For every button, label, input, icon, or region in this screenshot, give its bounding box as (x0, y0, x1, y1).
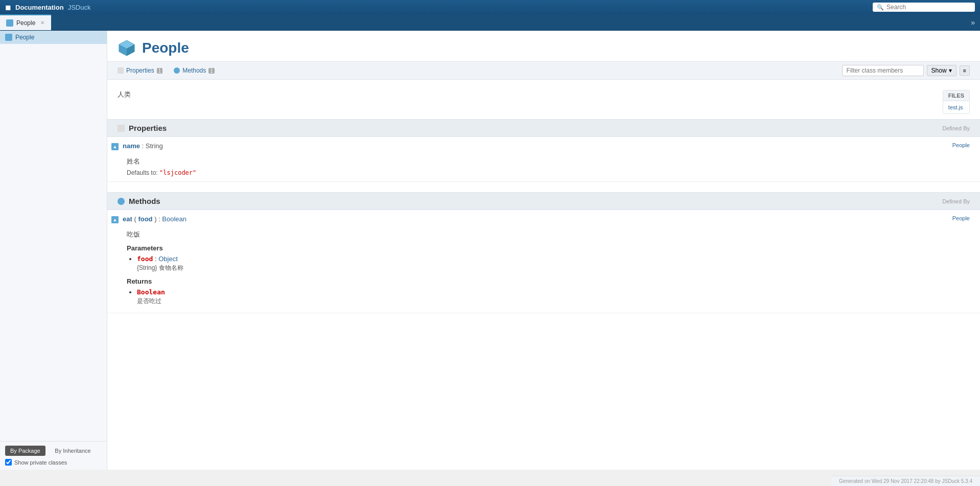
method-eat-collapse[interactable]: ▲ (111, 216, 119, 223)
param-food-desc: {String} 食物名称 (137, 264, 970, 272)
description-area: FILES test.js 人类 (107, 80, 980, 119)
returns-list: Boolean 是否吃过 (127, 288, 970, 306)
method-eat-signature: eat ( food ) : Boolean (118, 215, 952, 223)
files-panel-content: test.js (943, 101, 969, 113)
class-cube-icon (118, 39, 136, 57)
methods-section: Methods Defined By ▲ eat ( food ) : Bool… (107, 192, 980, 313)
properties-section-title: Properties (129, 124, 167, 132)
topbar-subtitle: JSDuck (68, 4, 91, 11)
return-boolean: Boolean 是否吃过 (137, 288, 970, 306)
by-package-button[interactable]: By Package (5, 446, 45, 456)
return-boolean-type: Boolean (137, 288, 165, 296)
footer-text: Generated on Wed 29 Nov 2017 22:20:48 by… (839, 478, 972, 484)
methods-label: Methods (182, 67, 206, 74)
topbar: ◼ Documentation JSDuck 🔍 (0, 0, 980, 14)
method-eat-returns-type: Boolean (162, 215, 186, 223)
by-inheritance-button[interactable]: By Inheritance (50, 446, 96, 456)
sidebar: People By Package By Inheritance Show pr… (0, 31, 107, 470)
method-eat-parameters: Parameters food : Object {String} 食物名称 (127, 244, 970, 272)
sidebar-item-icon (5, 34, 12, 41)
methods-section-title: Methods (129, 197, 160, 205)
method-eat-defined-by[interactable]: People (952, 215, 970, 221)
topbar-left: ◼ Documentation JSDuck (5, 3, 90, 11)
method-eat-param-food: food (138, 215, 152, 223)
methods-section-header: Methods Defined By (107, 192, 980, 210)
method-eat-params: ( (134, 215, 136, 223)
property-name-row: ▲ name : String People 姓名 Defaults to: "… (107, 137, 980, 182)
tab-label: People (16, 19, 35, 27)
property-name-signature: name : String (118, 142, 952, 150)
methods-section-icon (118, 198, 125, 205)
footer: Generated on Wed 29 Nov 2017 22:20:48 by… (831, 476, 980, 486)
param-food: food : Object {String} 食物名称 (137, 255, 970, 272)
files-panel-header: FILES (943, 90, 969, 101)
method-eat-row: ▲ eat ( food ) : Boolean People 吃饭 Param… (107, 210, 980, 313)
properties-link[interactable]: Properties 1 (118, 67, 162, 74)
methods-icon (174, 67, 180, 74)
tab-close-button[interactable]: ✕ (40, 20, 44, 26)
files-panel: FILES test.js (943, 90, 970, 114)
property-name-collapse[interactable]: ▲ (111, 143, 119, 150)
method-eat-paren-close: ) : (154, 215, 162, 223)
method-eat-returns: Returns Boolean 是否吃过 (127, 277, 970, 306)
property-name-type: String (146, 142, 163, 150)
properties-icon (118, 67, 124, 74)
sidebar-item-label: People (15, 34, 34, 41)
toolbar-right: Show ▾ ≡ (842, 65, 970, 76)
search-icon: 🔍 (877, 4, 884, 11)
class-description: 人类 (107, 85, 980, 109)
methods-count: 1 (208, 68, 215, 74)
file-link[interactable]: test.js (948, 104, 963, 110)
properties-count: 1 (157, 68, 163, 74)
show-button[interactable]: Show ▾ (927, 65, 956, 76)
show-private-checkbox[interactable] (5, 459, 12, 466)
property-name-header: ▲ name : String People (107, 137, 980, 155)
show-private-label: Show private classes (14, 459, 67, 466)
property-name-desc: 姓名 (127, 157, 970, 166)
filter-input[interactable] (842, 65, 924, 76)
return-boolean-desc: 是否吃过 (137, 297, 970, 306)
returns-title: Returns (127, 277, 970, 285)
property-name-colon: : (142, 142, 146, 150)
properties-label: Properties (126, 67, 154, 74)
property-name-defaults: Defaults to: "lsjcoder" (127, 169, 970, 176)
method-eat-body: 吃饭 Parameters food : Object {String} 食物名… (107, 228, 980, 313)
methods-link[interactable]: Methods 1 (174, 67, 215, 74)
method-eat-header: ▲ eat ( food ) : Boolean People (107, 210, 980, 228)
parameters-list: food : Object {String} 食物名称 (127, 255, 970, 272)
show-private-row: Show private classes (5, 459, 102, 466)
property-name-name[interactable]: name (123, 142, 140, 150)
sidebar-item-people[interactable]: People (0, 31, 107, 44)
method-eat-desc: 吃饭 (127, 230, 970, 239)
sidebar-content: People (0, 31, 107, 441)
class-name: People (142, 40, 189, 56)
sidebar-bottom: By Package By Inheritance Show private c… (0, 441, 107, 470)
search-container: 🔍 (873, 3, 975, 12)
tab-people[interactable]: People ✕ (0, 14, 51, 30)
properties-section-icon (118, 125, 125, 132)
tabbar: People ✕ » (0, 14, 980, 31)
topbar-logo-icon: ◼ (5, 3, 11, 11)
expand-all-button[interactable]: ≡ (960, 65, 970, 76)
parameters-title: Parameters (127, 244, 970, 252)
tab-icon (6, 19, 13, 27)
property-name-body: 姓名 Defaults to: "lsjcoder" (107, 155, 980, 181)
members-toolbar: Properties 1 Methods 1 Show ▾ ≡ (107, 61, 980, 80)
content-area: People Properties 1 Methods 1 Show ▾ ≡ (107, 31, 980, 470)
method-eat-name[interactable]: eat (123, 215, 132, 223)
property-name-defaults-value: "lsjcoder" (159, 169, 196, 176)
methods-defined-by-label: Defined By (942, 198, 970, 204)
search-input[interactable] (886, 4, 971, 11)
property-name-defined-by[interactable]: People (952, 142, 970, 148)
param-food-name: food (137, 255, 153, 263)
collapse-sidebar-button[interactable]: » (966, 14, 980, 30)
properties-section-header: Properties Defined By (107, 119, 980, 137)
class-header: People (107, 31, 980, 61)
main-layout: People By Package By Inheritance Show pr… (0, 31, 980, 470)
properties-section: Properties Defined By ▲ name : String Pe… (107, 119, 980, 182)
show-dropdown-icon: ▾ (949, 67, 952, 74)
properties-defined-by-label: Defined By (942, 125, 970, 131)
topbar-title: Documentation (15, 4, 64, 11)
param-food-type: Object (158, 255, 178, 263)
